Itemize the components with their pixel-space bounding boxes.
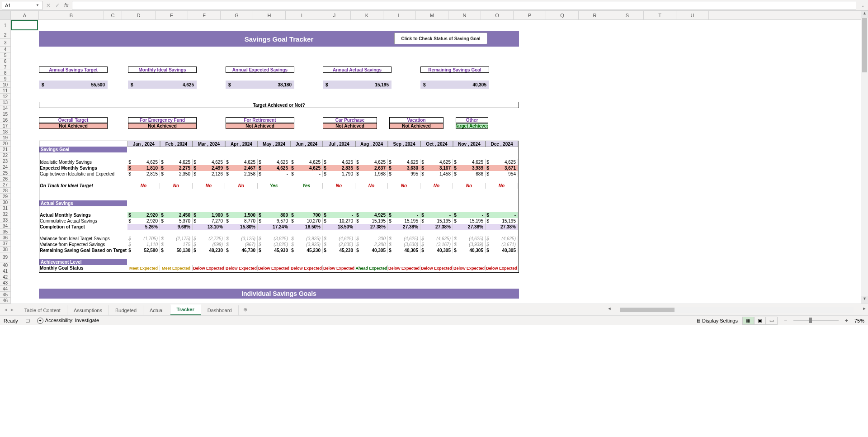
data-cell[interactable]: $8,770 (225, 218, 258, 224)
row-header[interactable]: 41 (0, 268, 11, 274)
row-header[interactable]: 4 (0, 47, 11, 52)
vscroll-thumb[interactable] (862, 18, 867, 72)
col-header[interactable]: S (611, 11, 644, 19)
data-cell[interactable]: $40,305 (420, 247, 453, 253)
sheet-tab[interactable]: Dashboard (201, 305, 239, 315)
data-cell[interactable]: 9.68% (160, 224, 193, 230)
sheet-tab[interactable]: Assumptions (67, 305, 109, 315)
data-cell[interactable]: $4,625 (323, 159, 355, 165)
data-cell[interactable]: $4,625 (160, 159, 193, 165)
data-cell[interactable]: $(4,625) (388, 236, 420, 242)
data-cell[interactable]: $40,305 (453, 247, 486, 253)
data-cell[interactable]: Below Expected (323, 265, 355, 271)
data-cell[interactable]: $(967) (225, 242, 258, 247)
data-cell[interactable]: $2,158 (225, 171, 258, 177)
name-box[interactable]: A1 ▼ (2, 1, 42, 10)
data-cell[interactable]: $(4,625) (323, 236, 355, 242)
row-header[interactable]: 38 (0, 247, 11, 252)
data-cell[interactable]: $52,580 (127, 247, 160, 253)
col-header[interactable]: N (448, 11, 481, 19)
data-cell[interactable]: $1,110 (127, 242, 160, 247)
zoom-slider[interactable] (793, 320, 839, 321)
col-header[interactable]: P (514, 11, 546, 19)
row-header[interactable]: 31 (0, 205, 11, 211)
col-header[interactable]: I (286, 11, 318, 19)
row-header[interactable]: 44 (0, 286, 11, 292)
sheet-tab[interactable]: Tracker (170, 304, 201, 315)
data-cell[interactable]: $4,625 (388, 159, 420, 165)
data-cell[interactable]: 27.38% (486, 224, 518, 230)
row-header[interactable]: 39 (0, 252, 11, 262)
row-header[interactable]: 32 (0, 211, 11, 217)
data-cell[interactable]: $2,467 (225, 165, 258, 171)
data-cell[interactable]: No (420, 183, 453, 189)
data-cell[interactable]: No (160, 183, 193, 189)
row-header[interactable]: 17 (0, 123, 11, 129)
row-header[interactable]: 18 (0, 129, 11, 135)
hscroll-left-icon[interactable]: ◄ (606, 306, 613, 314)
data-cell[interactable]: $4,625 (127, 159, 160, 165)
data-cell[interactable]: 13.10% (193, 224, 225, 230)
data-cell[interactable]: $10,270 (290, 218, 323, 224)
data-cell[interactable]: $(3,671) (486, 242, 518, 247)
data-cell[interactable]: 27.38% (388, 224, 420, 230)
row-header[interactable]: 36 (0, 235, 11, 241)
data-cell[interactable]: $4,625 (258, 159, 290, 165)
data-cell[interactable]: $46,730 (225, 247, 258, 253)
row-header[interactable]: 5 (0, 52, 11, 58)
row-header[interactable]: 8 (0, 70, 11, 76)
data-cell[interactable]: $2,275 (160, 165, 193, 171)
data-cell[interactable]: $15,195 (355, 218, 388, 224)
data-cell[interactable]: No (127, 183, 160, 189)
row-header[interactable]: 45 (0, 292, 11, 298)
data-cell[interactable]: $800 (258, 212, 290, 218)
data-cell[interactable]: $300 (355, 236, 388, 242)
col-header[interactable]: J (318, 11, 351, 19)
row-header[interactable]: 9 (0, 76, 11, 82)
data-cell[interactable]: $1,810 (127, 165, 160, 171)
sheet-tab[interactable]: Table of Content (18, 305, 67, 315)
scroll-down-icon[interactable]: ▼ (861, 296, 868, 304)
data-cell[interactable]: $1,988 (355, 171, 388, 177)
data-cell[interactable]: $4,625 (355, 159, 388, 165)
col-header[interactable]: H (253, 11, 286, 19)
row-header[interactable]: 11 (0, 88, 11, 94)
data-cell[interactable]: No (225, 183, 258, 189)
confirm-icon[interactable]: ✓ (55, 2, 60, 9)
col-header[interactable]: O (481, 11, 514, 19)
horizontal-scrollbar[interactable]: ◄ ► (606, 306, 868, 314)
sheet-tab[interactable]: Budgeted (109, 305, 143, 315)
data-cell[interactable]: $(3,925) (290, 242, 323, 247)
data-cell[interactable]: $- (323, 212, 355, 218)
row-header[interactable]: 10 (0, 82, 11, 88)
data-cell[interactable]: $(4,625) (420, 236, 453, 242)
data-cell[interactable]: Below Expected (193, 265, 225, 271)
row-header[interactable]: 29 (0, 194, 11, 200)
data-cell[interactable]: $4,625 (193, 159, 225, 165)
data-cell[interactable]: $4,625 (486, 159, 518, 165)
data-cell[interactable]: $4,625 (290, 165, 323, 171)
data-cell[interactable]: $15,195 (388, 218, 420, 224)
row-header[interactable]: 6 (0, 58, 11, 64)
col-header[interactable]: M (416, 11, 448, 19)
data-cell[interactable]: $(1,705) (127, 236, 160, 242)
data-cell[interactable]: $175 (160, 242, 193, 247)
data-cell[interactable]: $954 (486, 171, 518, 177)
data-cell[interactable]: Below Expected (290, 265, 323, 271)
data-cell[interactable]: $10,270 (323, 218, 355, 224)
macro-record-icon[interactable]: ▢ (25, 318, 30, 323)
col-header[interactable]: U (676, 11, 709, 19)
data-cell[interactable]: 27.38% (453, 224, 486, 230)
data-cell[interactable]: $(599) (193, 242, 225, 247)
row-header[interactable]: 33 (0, 217, 11, 223)
accessibility-status[interactable]: ✦Accessibility: Investigate (37, 318, 99, 324)
data-cell[interactable]: No (388, 183, 420, 189)
data-cell[interactable]: No (355, 183, 388, 189)
data-cell[interactable]: $2,815 (127, 171, 160, 177)
vertical-scrollbar[interactable]: ▲ ▼ (861, 11, 868, 304)
data-cell[interactable]: $- (420, 212, 453, 218)
data-cell[interactable]: $5,370 (160, 218, 193, 224)
data-cell[interactable]: $15,195 (453, 218, 486, 224)
row-header[interactable]: 2 (0, 31, 11, 39)
data-cell[interactable]: No (486, 183, 518, 189)
